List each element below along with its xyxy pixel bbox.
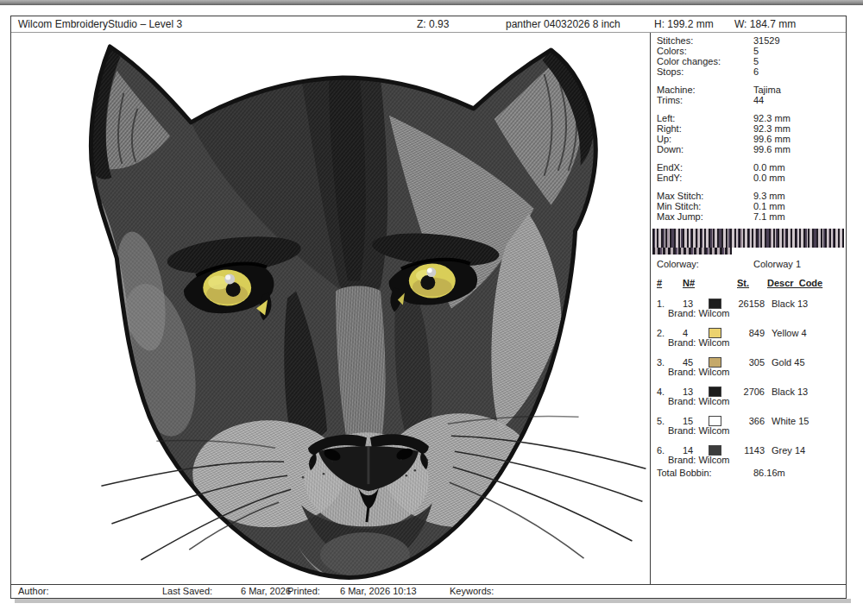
design-height: H: 199.2 mm — [654, 16, 714, 32]
stat-value: 92.3 mm — [753, 113, 791, 123]
last-saved-label: Last Saved: — [162, 585, 212, 597]
stat-row: Stops:6 — [657, 66, 842, 77]
stat-label: Stitches: — [657, 35, 753, 46]
barcode-image-second-row — [652, 248, 732, 255]
thread-descr: Grey 14 — [772, 445, 842, 456]
stat-label: EndY: — [657, 173, 753, 183]
col-header-descr: Descr_Code — [767, 278, 822, 289]
stat-label: Max Stitch: — [657, 191, 753, 201]
stat-value: Tajima — [753, 85, 781, 95]
stat-label: Max Jump: — [657, 211, 753, 222]
thread-descr: Black 13 — [772, 299, 842, 309]
stat-row: Stitches:31529 — [657, 35, 842, 46]
author-label: Author: — [18, 585, 48, 597]
thread-brand: Brand: Wilcom — [668, 309, 842, 318]
stat-label: Min Stitch: — [657, 201, 753, 211]
thread-descr: Black 13 — [772, 387, 842, 397]
stat-value: 0.0 mm — [753, 173, 785, 183]
colorway-row: Colorway: Colorway 1 — [657, 259, 842, 269]
stat-row: Left:92.3 mm — [657, 113, 842, 123]
stat-value: 44 — [753, 95, 764, 105]
window-top-edge — [0, 0, 863, 5]
stat-row: Max Jump:7.1 mm — [657, 211, 842, 222]
stat-value: 92.3 mm — [753, 123, 791, 134]
col-header-n: N# — [683, 278, 737, 289]
stat-row: EndY:0.0 mm — [657, 173, 842, 183]
design-canvas — [11, 33, 651, 585]
design-filename: panther 04032026 8 inch — [506, 16, 620, 32]
thread-descr: White 15 — [772, 416, 842, 426]
stat-row: Color changes:5 — [657, 56, 842, 66]
thread-stitches: 2706 — [725, 387, 765, 397]
last-saved-value: 6 Mar, 2026 — [241, 585, 291, 597]
thread-stitches: 305 — [725, 357, 765, 368]
design-width: W: 184.7 mm — [734, 16, 796, 32]
stat-label: Up: — [657, 134, 753, 144]
total-bobbin-row: Total Bobbin: 86.16m — [657, 468, 842, 478]
stat-row: EndX:0.0 mm — [657, 162, 842, 173]
thread-stitches: 849 — [725, 328, 765, 338]
stat-label: Stops: — [657, 66, 753, 77]
stat-value: 9.3 mm — [753, 191, 785, 201]
stat-value: 6 — [753, 66, 759, 77]
stat-row: Down:99.6 mm — [657, 144, 842, 154]
stat-row: Machine:Tajima — [657, 85, 842, 95]
stat-label: Machine: — [657, 85, 753, 95]
thread-table-header: # N# St. Descr_Code — [657, 278, 842, 289]
stat-value: 0.0 mm — [753, 162, 785, 173]
zoom-factor: Z: 0.93 — [417, 16, 449, 32]
stat-row: Trims:44 — [657, 95, 842, 105]
stat-label: Right: — [657, 123, 753, 134]
stat-label: Color changes: — [657, 56, 753, 66]
thread-brand: Brand: Wilcom — [668, 456, 842, 465]
col-header-st: St. — [737, 278, 767, 289]
colorway-value: Colorway 1 — [753, 259, 801, 269]
stat-label: Left: — [657, 113, 753, 123]
stat-value: 99.6 mm — [753, 144, 791, 154]
stat-row: Colors:5 — [657, 46, 842, 56]
thread-brand: Brand: Wilcom — [668, 426, 842, 436]
thread-brand: Brand: Wilcom — [668, 368, 842, 377]
stat-value: 99.6 mm — [753, 134, 791, 144]
printed-value: 6 Mar, 2026 10:13 — [340, 585, 417, 597]
stat-label: Colors: — [657, 46, 753, 56]
total-bobbin-value: 86.16m — [753, 468, 785, 478]
stat-label: Down: — [657, 144, 753, 154]
thread-descr: Yellow 4 — [772, 328, 842, 338]
page-drop-shadow — [15, 599, 851, 603]
col-header-num: # — [657, 278, 683, 289]
stat-label: Trims: — [657, 95, 753, 105]
stat-row: Up:99.6 mm — [657, 134, 842, 144]
stat-row: Min Stitch:0.1 mm — [657, 201, 842, 211]
thread-stitches: 26158 — [725, 299, 765, 309]
stat-value: 5 — [753, 46, 759, 56]
thread-stitches: 1143 — [725, 445, 765, 456]
page-footer: Author: Last Saved: 6 Mar, 2026 Printed:… — [11, 584, 846, 598]
total-bobbin-label: Total Bobbin: — [657, 468, 753, 478]
thread-descr: Gold 45 — [772, 357, 842, 368]
printed-label: Printed: — [287, 585, 320, 597]
barcode-image — [652, 229, 844, 248]
thread-brand: Brand: Wilcom — [668, 397, 842, 406]
stat-value: 7.1 mm — [753, 211, 785, 222]
stat-value: 5 — [753, 56, 759, 66]
keywords-label: Keywords: — [450, 585, 494, 597]
print-preview-page: Wilcom EmbroideryStudio – Level 3 Z: 0.9… — [10, 16, 847, 599]
stat-value: 31529 — [753, 35, 780, 46]
panther-design-image — [11, 33, 650, 585]
thread-brand: Brand: Wilcom — [668, 338, 842, 348]
page-header: Wilcom EmbroideryStudio – Level 3 Z: 0.9… — [11, 16, 846, 33]
stat-label: EndX: — [657, 162, 753, 173]
app-title: Wilcom EmbroideryStudio – Level 3 — [18, 16, 182, 32]
stat-row: Right:92.3 mm — [657, 123, 842, 134]
stat-value: 0.1 mm — [753, 201, 785, 211]
colorway-label: Colorway: — [657, 259, 753, 269]
thread-stitches: 366 — [725, 416, 765, 426]
design-info-panel: Stitches:31529 Colors:5 Color changes:5 … — [651, 33, 846, 585]
stat-row: Max Stitch:9.3 mm — [657, 191, 842, 201]
